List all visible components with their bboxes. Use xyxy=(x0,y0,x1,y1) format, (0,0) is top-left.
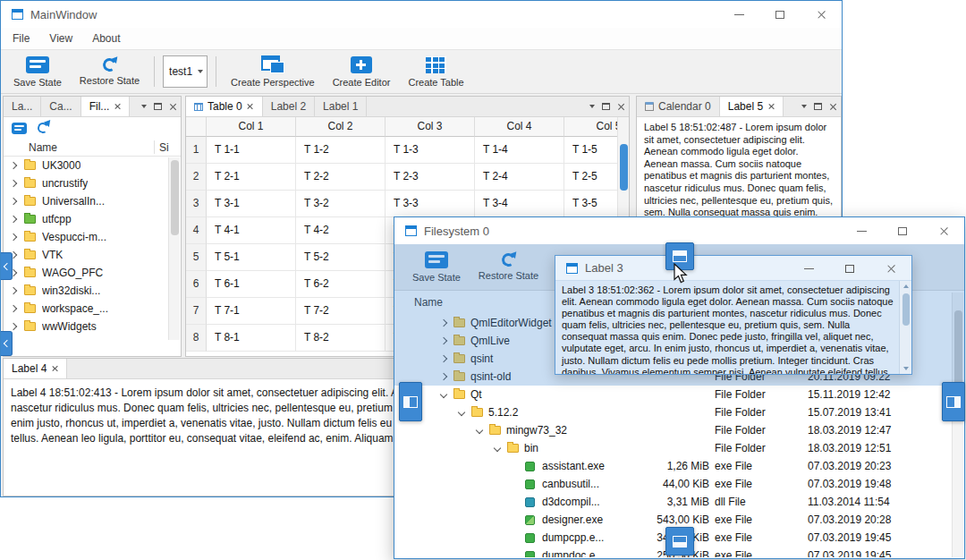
table-cell[interactable]: T 1-4 xyxy=(475,137,564,164)
table-cell[interactable]: T 8-1 xyxy=(207,325,296,352)
table-cell[interactable]: T 5-2 xyxy=(296,244,386,271)
tree-item[interactable]: uncrustify xyxy=(4,174,168,192)
table-cell[interactable]: T 7-1 xyxy=(207,298,296,325)
tree-item[interactable]: win32diski... xyxy=(4,282,168,300)
minimize-button[interactable] xyxy=(718,1,759,28)
table-cell[interactable]: T 3-2 xyxy=(296,191,386,217)
create-perspective-button[interactable]: Create Perspective xyxy=(222,52,324,91)
close-button[interactable] xyxy=(801,1,842,28)
table-cell[interactable]: T 2-1 xyxy=(207,164,296,191)
row-header[interactable]: 6 xyxy=(186,271,207,298)
table-cell[interactable]: T 1-3 xyxy=(386,137,475,164)
close-button[interactable] xyxy=(923,217,964,244)
table-cell[interactable]: T 3-1 xyxy=(207,191,296,217)
scrollbar-vertical[interactable] xyxy=(952,293,963,557)
table-cell[interactable]: T 2-4 xyxy=(475,164,564,191)
row-header[interactable]: 7 xyxy=(186,298,207,325)
menu-file[interactable]: File xyxy=(3,32,39,45)
expand-chevron-icon[interactable] xyxy=(10,233,17,241)
tab-calendar0[interactable]: Calendar 0 xyxy=(637,97,720,116)
expand-chevron-icon[interactable] xyxy=(10,198,17,205)
tab-close-icon[interactable] xyxy=(767,103,775,110)
maximize-button[interactable] xyxy=(829,256,870,281)
tree-header[interactable]: Name Si xyxy=(4,139,181,157)
row-header[interactable]: 4 xyxy=(186,217,207,244)
save-state-button[interactable]: Save State xyxy=(403,246,470,288)
table-cell[interactable]: T 3-4 xyxy=(475,191,564,217)
minimize-button[interactable] xyxy=(841,217,882,244)
scrollbar-thumb[interactable] xyxy=(171,160,179,235)
expand-chevron-icon[interactable] xyxy=(10,216,17,223)
detach-icon[interactable] xyxy=(814,103,822,110)
tree-item[interactable]: designer.exe 543,00 KiB exe File 07.03.2… xyxy=(394,511,952,529)
expand-chevron-icon[interactable] xyxy=(440,355,447,362)
tree-item[interactable]: Qt File Folder 15.11.2019 12:42 xyxy=(394,386,952,403)
tab-calendar[interactable]: Ca... xyxy=(41,97,80,116)
tree-item[interactable]: bin File Folder 18.03.2019 12:51 xyxy=(394,439,952,457)
detach-icon[interactable] xyxy=(154,103,162,110)
expand-chevron-icon[interactable] xyxy=(440,391,447,398)
column-name[interactable]: Name xyxy=(29,141,57,154)
expand-chevron-icon[interactable] xyxy=(10,305,17,312)
restore-state-icon[interactable] xyxy=(37,122,50,135)
expand-chevron-icon[interactable] xyxy=(10,287,17,294)
close-panel-icon[interactable] xyxy=(829,103,837,111)
column-name[interactable]: Name xyxy=(414,296,443,309)
detach-icon[interactable] xyxy=(602,103,610,110)
row-header[interactable]: 2 xyxy=(186,164,207,191)
minimize-button[interactable] xyxy=(788,256,829,281)
tab-filesystem[interactable]: Fil... xyxy=(81,97,131,116)
create-table-button[interactable]: Create Table xyxy=(399,52,472,91)
expand-chevron-icon[interactable] xyxy=(476,427,483,434)
close-panel-icon[interactable] xyxy=(169,103,177,111)
column-header[interactable] xyxy=(186,117,207,137)
table-cell[interactable]: T 6-1 xyxy=(207,271,296,298)
row-header[interactable]: 3 xyxy=(186,191,207,217)
tree-item[interactable]: UniversalIn... xyxy=(4,192,168,210)
tab-close-icon[interactable] xyxy=(247,103,254,110)
dock-indicator-left[interactable] xyxy=(399,382,422,421)
main-titlebar[interactable]: MainWindow xyxy=(1,1,842,28)
table-cell[interactable]: T 5-1 xyxy=(207,244,296,271)
expand-chevron-icon[interactable] xyxy=(440,337,447,344)
label3-titlebar[interactable]: Label 3 xyxy=(555,256,911,281)
row-header[interactable]: 8 xyxy=(186,325,207,352)
tab-label1[interactable]: Label 1 xyxy=(315,97,367,116)
tree-item[interactable]: 5.12.2 File Folder 15.07.2019 13:41 xyxy=(394,403,952,421)
menu-view[interactable]: View xyxy=(39,32,82,45)
table-cell[interactable]: T 4-1 xyxy=(207,217,296,244)
tree-item[interactable]: workspace_... xyxy=(4,300,168,318)
tab-label5[interactable]: Label 5 xyxy=(720,97,784,116)
tree-item[interactable]: assistant.exe 1,26 MiB exe File 07.03.20… xyxy=(394,457,952,475)
expand-chevron-icon[interactable] xyxy=(10,180,17,187)
scrollbar-vertical[interactable] xyxy=(899,281,911,374)
table-cell[interactable]: T 1-2 xyxy=(296,137,386,164)
tab-labels[interactable]: La... xyxy=(4,97,41,116)
tree-item[interactable]: Vespucci-m... xyxy=(4,228,168,246)
save-state-button[interactable]: Save State xyxy=(4,52,71,91)
tab-menu-icon[interactable] xyxy=(141,105,147,108)
table-cell[interactable]: T 1-1 xyxy=(207,137,296,164)
table-cell[interactable]: T 2-2 xyxy=(296,164,386,191)
dock-indicator-bottom[interactable] xyxy=(665,527,694,556)
scroll-up-icon[interactable] xyxy=(903,284,909,288)
row-header[interactable]: 5 xyxy=(186,244,207,271)
row-header[interactable]: 1 xyxy=(186,137,207,164)
expand-chevron-icon[interactable] xyxy=(10,162,17,169)
close-button[interactable] xyxy=(870,256,911,281)
table-cell[interactable]: T 2-3 xyxy=(386,164,475,191)
tab-close-icon[interactable] xyxy=(51,365,58,372)
tab-menu-icon[interactable] xyxy=(589,105,595,108)
table-cell[interactable]: T 4-2 xyxy=(296,217,386,244)
scrollbar-vertical[interactable] xyxy=(168,157,180,340)
tree-item[interactable]: d3dcompil... 3,31 MiB dll File 11.03.201… xyxy=(394,493,952,511)
maximize-button[interactable] xyxy=(759,1,801,28)
create-editor-button[interactable]: Create Editor xyxy=(324,52,400,91)
tree-item[interactable]: VTK xyxy=(4,246,168,264)
expand-chevron-icon[interactable] xyxy=(494,445,501,452)
tree-item[interactable]: WAGO_PFC xyxy=(4,264,168,282)
table-cell[interactable]: T 7-2 xyxy=(296,298,386,325)
menu-about[interactable]: About xyxy=(82,32,130,45)
expand-chevron-icon[interactable] xyxy=(440,319,447,327)
column-header[interactable]: Col 2 xyxy=(296,117,386,137)
